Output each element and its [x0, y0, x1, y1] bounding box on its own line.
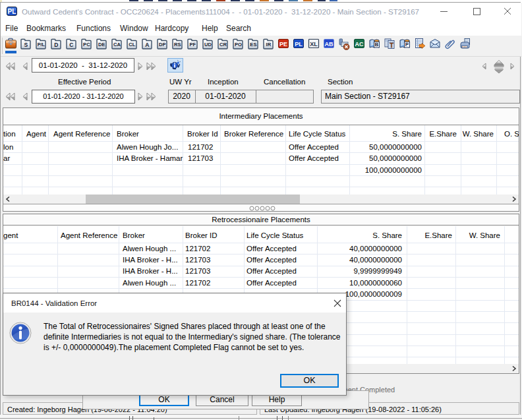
svg-text:IR: IR	[266, 42, 272, 47]
svg-text:AC: AC	[355, 41, 364, 47]
svg-text:DP: DP	[159, 42, 166, 47]
svg-text:UD: UD	[204, 42, 212, 47]
svg-text:PO: PO	[235, 42, 242, 47]
svg-text:CA: CA	[113, 42, 121, 47]
svg-text:XL: XL	[310, 41, 318, 47]
svg-text:D: D	[54, 42, 58, 48]
svg-text:B: B	[375, 42, 379, 47]
svg-text:AB: AB	[325, 41, 334, 47]
svg-text:PL: PL	[295, 41, 303, 47]
svg-text:ES: ES	[250, 42, 256, 47]
svg-text:A: A	[145, 42, 149, 48]
svg-text:CR: CR	[219, 42, 227, 47]
svg-text:PE: PE	[279, 41, 287, 47]
svg-text:C: C	[69, 42, 73, 48]
svg-text:CL: CL	[129, 42, 135, 47]
svg-text:PC: PC	[83, 42, 90, 47]
svg-text:RS: RS	[174, 42, 181, 47]
svg-text:PL: PL	[8, 8, 16, 15]
svg-text:PF: PF	[190, 42, 196, 47]
svg-text:P/L: P/L	[38, 42, 45, 47]
svg-text:P: P	[405, 42, 409, 47]
svg-text:DE: DE	[98, 42, 105, 47]
svg-text:S: S	[24, 42, 28, 48]
